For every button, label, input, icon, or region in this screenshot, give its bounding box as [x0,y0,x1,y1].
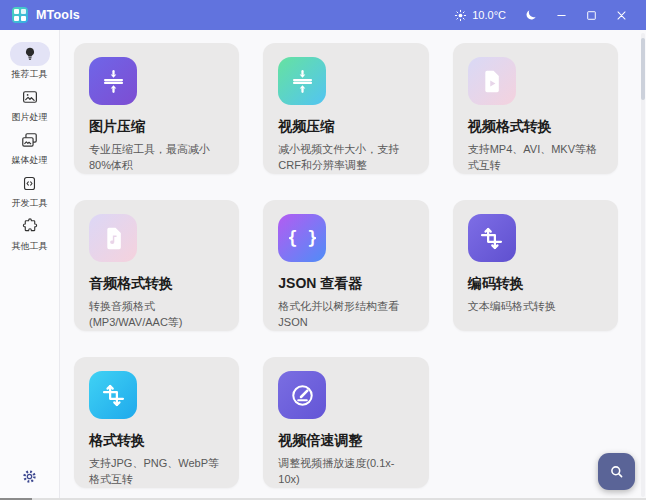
tool-card-video-format-conversion[interactable]: 视频格式转换 支持MP4、AVI、MKV等格式互转 [453,43,618,174]
sidebar-item-icon-pill [10,42,50,66]
tool-icon-tile [468,214,516,262]
tool-card-description: 支持JPG、PNG、WebP等格式互转 [89,456,224,488]
temperature-label: 10.0°C [472,9,506,21]
maximize-button[interactable] [576,0,606,30]
titlebar[interactable]: MTools 10.0°C [0,0,646,30]
sidebar: 推荐工具 图片处理 媒体处理 开发工具 其他工具 [0,30,60,500]
minimize-icon [555,9,568,22]
sidebar-item-icon-pill [10,128,50,152]
main-content: 图片压缩 专业压缩工具，最高减小80%体积 视频压缩 减小视频文件大小，支持CR… [60,30,646,500]
moon-icon [524,8,538,22]
weather-widget[interactable]: 10.0°C [454,9,506,22]
tool-card-encoding-conversion[interactable]: 编码转换 文本编码格式转换 [453,200,618,331]
tool-card-title: 音频格式转换 [89,275,224,293]
tool-card-title: 视频倍速调整 [278,432,413,450]
scrollbar[interactable] [641,33,645,497]
tool-icon-tile [278,371,326,419]
app-window: MTools 10.0°C 推荐工具 图片处 [0,0,646,500]
tool-card-title: 视频压缩 [278,118,413,136]
tool-icon-tile [89,214,137,262]
sidebar-item-recommended-tools[interactable]: 推荐工具 [10,42,50,80]
tool-card-video-compression[interactable]: 视频压缩 减小视频文件大小，支持CRF和分辨率调整 [263,43,428,174]
tool-card-title: 格式转换 [89,432,224,450]
app-body: 推荐工具 图片处理 媒体处理 开发工具 其他工具 图片压缩 专业压缩工具，最高减… [0,30,646,500]
sidebar-item-icon-pill [10,214,50,238]
tool-card-title: 编码转换 [468,275,603,293]
image-icon [21,88,39,106]
tool-card-title: JSON 查看器 [278,275,413,293]
settings-button[interactable] [16,462,44,490]
tool-icon-tile: { } [278,214,326,262]
close-icon [615,9,628,22]
dev-icon [21,175,38,192]
sidebar-item-icon-pill [10,171,50,195]
media-icon [20,131,39,150]
tool-card-description: 专业压缩工具，最高减小80%体积 [89,142,224,174]
tool-card-title: 图片压缩 [89,118,224,136]
tool-icon-tile [278,57,326,105]
tool-card-format-conversion[interactable]: 格式转换 支持JPG、PNG、WebP等格式互转 [74,357,239,488]
sidebar-items: 推荐工具 图片处理 媒体处理 开发工具 其他工具 [10,42,50,257]
tool-card-image-compression[interactable]: 图片压缩 专业压缩工具，最高减小80%体积 [74,43,239,174]
sidebar-item-label: 媒体处理 [12,154,48,166]
tool-card-description: 调整视频播放速度(0.1x-10x) [278,456,413,488]
sidebar-item-dev-tools[interactable]: 开发工具 [10,171,50,209]
tool-card-description: 转换音频格式(MP3/WAV/AAC等) [89,299,224,331]
tool-card-grid: 图片压缩 专业压缩工具，最高减小80%体积 视频压缩 减小视频文件大小，支持CR… [74,43,618,488]
audio-file-icon [100,225,127,252]
sidebar-item-label: 其他工具 [12,240,48,252]
tool-card-description: 文本编码格式转换 [468,299,603,315]
compress-icon [289,68,316,95]
lightbulb-icon [22,46,38,62]
sidebar-item-label: 开发工具 [12,197,48,209]
search-icon [608,463,625,480]
tool-icon-tile [89,57,137,105]
puzzle-icon [21,217,39,235]
sidebar-item-other-tools[interactable]: 其他工具 [10,214,50,252]
tool-card-video-speed-adjustment[interactable]: 视频倍速调整 调整视频播放速度(0.1x-10x) [263,357,428,488]
titlebar-left: MTools [12,7,80,23]
speed-icon [289,382,316,409]
minimize-button[interactable] [546,0,576,30]
search-fab-button[interactable] [598,453,635,490]
theme-toggle-button[interactable] [516,0,546,30]
tool-card-title: 视频格式转换 [468,118,603,136]
app-title: MTools [36,8,80,22]
compress-icon [100,68,127,95]
crop-icon [478,225,505,252]
scrollbar-thumb[interactable] [641,38,645,100]
sidebar-item-image-processing[interactable]: 图片处理 [10,85,50,123]
tool-card-description: 格式化并以树形结构查看 JSON [278,299,413,331]
sidebar-item-label: 推荐工具 [12,68,48,80]
sidebar-item-icon-pill [10,85,50,109]
json-icon: { } [289,225,316,252]
tool-card-description: 减小视频文件大小，支持CRF和分辨率调整 [278,142,413,174]
app-logo-icon [12,7,28,23]
tool-icon-tile [89,371,137,419]
sidebar-item-media-processing[interactable]: 媒体处理 [10,128,50,166]
tool-card-json-viewer[interactable]: { } JSON 查看器 格式化并以树形结构查看 JSON [263,200,428,331]
maximize-icon [585,9,598,22]
sidebar-item-label: 图片处理 [12,111,48,123]
tool-icon-tile [468,57,516,105]
titlebar-right: 10.0°C [454,0,636,30]
sun-icon [454,9,467,22]
tool-card-audio-format-conversion[interactable]: 音频格式转换 转换音频格式(MP3/WAV/AAC等) [74,200,239,331]
tool-card-description: 支持MP4、AVI、MKV等格式互转 [468,142,603,174]
svg-text:{ }: { } [289,228,316,248]
close-button[interactable] [606,0,636,30]
video-file-icon [478,68,505,95]
crop-icon [100,382,127,409]
gear-icon [21,468,38,485]
